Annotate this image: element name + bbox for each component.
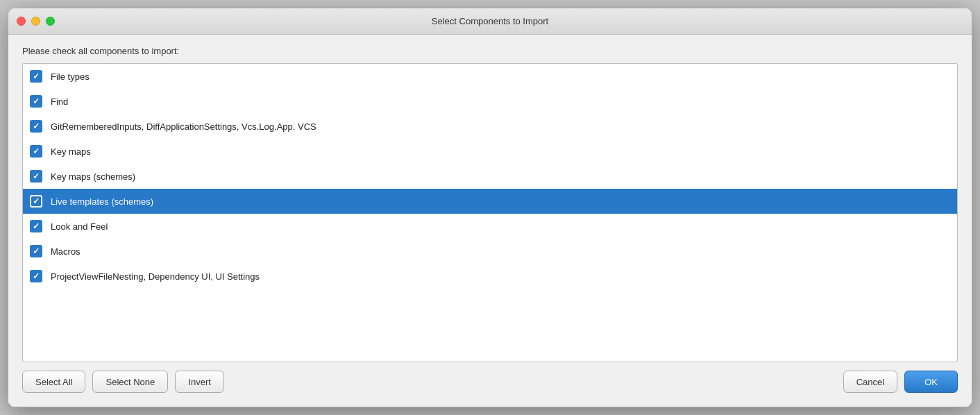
item-label: Live templates (schemes) [51, 196, 153, 207]
list-item[interactable]: ProjectViewFileNesting, Dependency UI, U… [23, 264, 957, 289]
checkbox-icon [30, 220, 42, 232]
item-label: Look and Feel [51, 221, 108, 232]
instructions-label: Please check all components to import: [22, 46, 958, 56]
dialog-window: Select Components to Import Please check… [8, 8, 972, 407]
list-item[interactable]: File types [23, 64, 957, 89]
components-list[interactable]: File typesFindGitRememberedInputs, DiffA… [22, 63, 958, 362]
list-item[interactable]: Find [23, 89, 957, 114]
invert-button[interactable]: Invert [175, 371, 224, 393]
button-bar: Select All Select None Invert Cancel OK [22, 362, 958, 396]
checkbox-icon [30, 195, 42, 208]
list-item[interactable]: Live templates (schemes) [23, 189, 957, 214]
checkbox-icon [30, 245, 42, 257]
list-item[interactable]: GitRememberedInputs, DiffApplicationSett… [23, 114, 957, 139]
checkbox-icon [30, 120, 42, 133]
dialog-content: Please check all components to import: F… [8, 35, 972, 407]
close-button[interactable] [17, 17, 26, 26]
title-bar: Select Components to Import [8, 8, 972, 35]
list-item[interactable]: Look and Feel [23, 214, 957, 239]
item-label: GitRememberedInputs, DiffApplicationSett… [51, 121, 316, 132]
item-label: ProjectViewFileNesting, Dependency UI, U… [51, 271, 260, 282]
list-item[interactable]: Macros [23, 239, 957, 264]
maximize-button[interactable] [46, 17, 55, 26]
traffic-lights [17, 17, 55, 26]
minimize-button[interactable] [31, 17, 40, 26]
item-label: Key maps [51, 146, 91, 157]
item-label: Macros [51, 246, 81, 257]
window-title: Select Components to Import [432, 16, 548, 26]
cancel-button[interactable]: Cancel [843, 371, 897, 393]
checkbox-icon [30, 145, 42, 158]
item-label: File types [51, 71, 90, 82]
checkbox-icon [30, 270, 42, 282]
checkbox-icon [30, 70, 42, 83]
ok-button[interactable]: OK [904, 371, 958, 393]
item-label: Key maps (schemes) [51, 171, 135, 182]
list-item[interactable]: Key maps (schemes) [23, 164, 957, 189]
right-buttons: Cancel OK [843, 371, 958, 393]
checkbox-icon [30, 170, 42, 183]
item-label: Find [51, 96, 68, 107]
list-item[interactable]: Key maps [23, 139, 957, 164]
select-all-button[interactable]: Select All [22, 371, 85, 393]
checkbox-icon [30, 95, 42, 108]
select-none-button[interactable]: Select None [92, 371, 168, 393]
